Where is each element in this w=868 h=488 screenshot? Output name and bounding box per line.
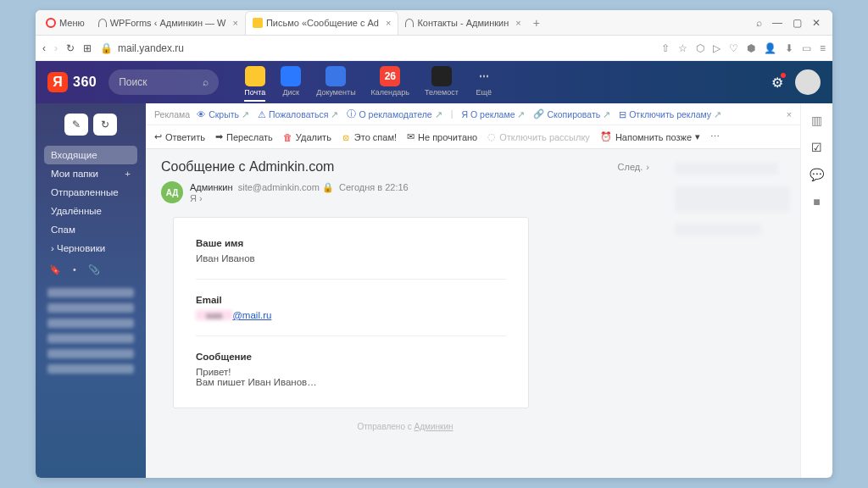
yandex-logo-icon: Я	[47, 72, 68, 92]
service-Диск[interactable]: Диск	[281, 66, 301, 98]
close-icon[interactable]: ×	[232, 18, 237, 28]
menu-icon[interactable]: ≡	[820, 42, 826, 54]
service-icon	[281, 66, 301, 86]
address-bar: ‹ › ↻ ⊞ 🔒 mail.yandex.ru ⇧ ☆ ⬡ ▷ ♡ ⬢ 👤 ⬇…	[36, 36, 832, 61]
apps-icon[interactable]: ⊞	[83, 42, 92, 54]
service-Документы[interactable]: Документы	[316, 66, 355, 98]
service-Почта[interactable]: Почта	[244, 66, 265, 102]
ad-action[interactable]: ⓘ О рекламодателе ↗	[347, 108, 442, 120]
attach-icon[interactable]: 📎	[88, 264, 100, 275]
field-value-email[interactable]: @mail.ru	[232, 310, 271, 320]
ad-action[interactable]: ⚠ Пожаловаться ↗	[258, 108, 339, 120]
profile-icon[interactable]: 👤	[764, 42, 776, 54]
url-field[interactable]: 🔒 mail.yandex.ru	[100, 42, 653, 54]
remind-button[interactable]: ⏰ Напомнить позже ▾	[600, 131, 700, 142]
folder-Мои папки[interactable]: Мои папки+	[44, 164, 137, 183]
service-icon	[326, 66, 346, 86]
service-Телемост[interactable]: Телемост	[425, 66, 459, 98]
yandex-logo[interactable]: Я 360	[47, 72, 97, 92]
field-value-name: Иван Иванов	[196, 253, 506, 263]
settings-icon[interactable]: ⚙	[771, 75, 783, 91]
bookmark-icon[interactable]: 🔖	[49, 264, 61, 275]
rail-box-icon[interactable]: ▥	[810, 114, 824, 127]
rail-check-icon[interactable]: ☑	[810, 141, 824, 154]
add-folder-icon[interactable]: +	[125, 169, 131, 179]
browser-tab-1[interactable]: Письмо «Сообщение с Ad×	[245, 11, 399, 35]
search-input[interactable]: Поиск ⌕	[108, 69, 219, 95]
forward-button[interactable]: ➡ Переслать	[215, 131, 273, 142]
shield-icon[interactable]: ⬡	[696, 42, 704, 54]
new-tab-button[interactable]: +	[533, 16, 540, 30]
browser-tab-0[interactable]: WPForms ‹ Админкин — W×	[92, 11, 245, 35]
next-message-link[interactable]: След. ›	[618, 162, 649, 172]
ad-bar: Реклама 👁 Скрыть ↗⚠ Пожаловаться ↗ⓘ О ре…	[146, 103, 800, 125]
ad-action[interactable]: Я О рекламе ↗	[461, 108, 525, 120]
close-icon[interactable]: ×	[386, 18, 391, 28]
spam-button[interactable]: ⦻ Это спам!	[342, 132, 397, 142]
browser-menu[interactable]: Меню	[39, 11, 92, 35]
avatar[interactable]	[795, 69, 821, 95]
recipient: Я	[190, 193, 197, 203]
field-label-email: Email	[196, 295, 506, 305]
service-icon: ⋯	[474, 66, 494, 86]
delete-button[interactable]: 🗑 Удалить	[283, 132, 331, 142]
folder-Удалённые[interactable]: Удалённые	[44, 202, 137, 220]
ad-close-icon[interactable]: ×	[787, 109, 792, 119]
browser-tab-bar: Меню WPForms ‹ Админкин — W× Письмо «Соо…	[36, 10, 832, 36]
folder-Спам[interactable]: Спам	[44, 220, 137, 239]
dot-icon[interactable]: •	[73, 264, 76, 275]
field-label-name: Ваше имя	[196, 238, 506, 248]
battery-icon[interactable]: ▭	[802, 42, 811, 54]
folder-Черновики[interactable]: › Черновики	[44, 239, 137, 258]
message-body-card: Ваше имя Иван Иванов Email aaa@mail.ru С…	[173, 217, 529, 408]
sender-avatar: АД	[161, 181, 183, 203]
mail-toolbar: ↩ Ответить ➡ Переслать 🗑 Удалить ⦻ Это с…	[146, 125, 800, 149]
sidebar: ✎ ↻ ВходящиеМои папки+ОтправленныеУдалён…	[36, 103, 146, 478]
right-rail: ▥ ☑ 💬 ■	[800, 103, 832, 478]
share-icon[interactable]: ⇧	[661, 42, 670, 54]
field-value-message: Привет! Вам пишет Иван Иванов…	[196, 367, 506, 387]
close-icon[interactable]: ×	[515, 18, 520, 28]
folder-Отправленные[interactable]: Отправленные	[44, 183, 137, 202]
service-icon: 26	[380, 66, 400, 86]
ad-action[interactable]: ⊟ Отключить рекламу ↗	[619, 108, 721, 120]
unsubscribe-button[interactable]: ◌ Отключить рассылку	[487, 131, 590, 142]
search-icon[interactable]: ⌕	[756, 17, 762, 29]
compose-button[interactable]: ✎	[64, 114, 88, 136]
reply-button[interactable]: ↩ Ответить	[154, 131, 205, 142]
message-date: Сегодня в 22:16	[339, 182, 409, 192]
download-icon[interactable]: ⬇	[785, 42, 793, 54]
lock-icon: 🔒	[322, 182, 334, 192]
service-Ещё[interactable]: ⋯Ещё	[474, 66, 494, 98]
more-button[interactable]: ⋯	[710, 131, 720, 142]
service-icon	[431, 66, 452, 86]
chevron-right-icon: ›	[646, 162, 649, 172]
browser-tab-2[interactable]: Контакты - Админкин×	[398, 11, 527, 35]
unread-button[interactable]: ✉ Не прочитано	[407, 131, 477, 142]
rail-video-icon[interactable]: ■	[810, 195, 824, 208]
play-icon[interactable]: ▷	[713, 42, 721, 54]
rail-chat-icon[interactable]: 💬	[810, 168, 824, 181]
lock-icon: 🔒	[100, 42, 113, 54]
cube-icon[interactable]: ⬢	[747, 42, 755, 54]
service-icon	[245, 66, 265, 86]
back-icon[interactable]: ‹	[42, 42, 46, 54]
forward-icon[interactable]: ›	[54, 42, 58, 54]
message-view: Сообщение с Adminkin.com След. › АД Адми…	[146, 149, 665, 478]
refresh-button[interactable]: ↻	[93, 114, 117, 136]
yandex-header: Я 360 Поиск ⌕ ПочтаДискДокументы26Календ…	[36, 61, 832, 103]
minimize-icon[interactable]: —	[772, 17, 782, 29]
heart-icon[interactable]: ♡	[729, 42, 738, 54]
maximize-icon[interactable]: ▢	[793, 17, 802, 29]
sender-name: Админкин	[190, 182, 233, 192]
ad-action[interactable]: 👁 Скрыть ↗	[197, 108, 249, 120]
message-footer: Отправлено с Админкин	[161, 422, 649, 431]
chevron-right-icon[interactable]: ›	[199, 193, 203, 203]
ad-action[interactable]: 🔗 Скопировать ↗	[533, 108, 610, 120]
message-side-panel	[665, 149, 800, 478]
service-Календарь[interactable]: 26Календарь	[371, 66, 409, 98]
close-window-icon[interactable]: ✕	[812, 17, 821, 29]
star-icon[interactable]: ☆	[678, 42, 687, 54]
folder-Входящие[interactable]: Входящие	[44, 146, 137, 164]
reload-icon[interactable]: ↻	[66, 42, 75, 54]
